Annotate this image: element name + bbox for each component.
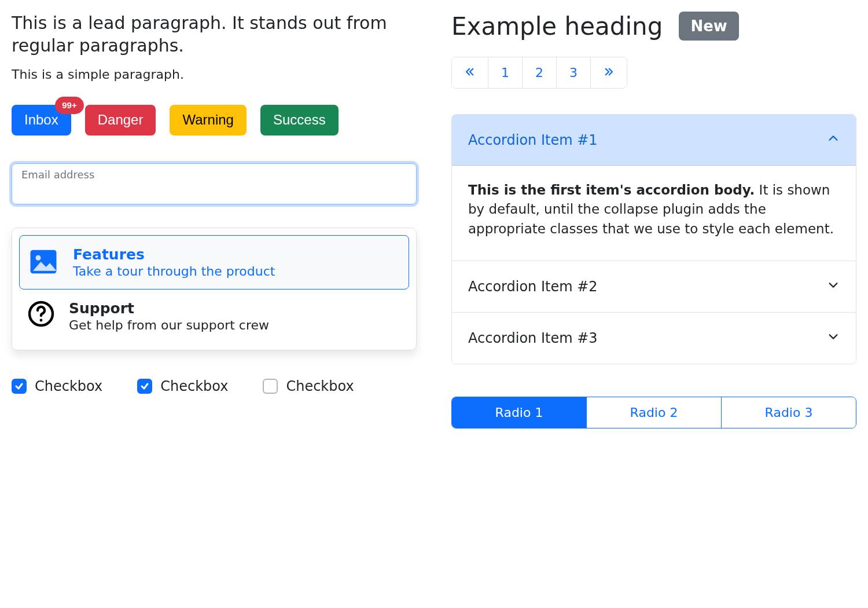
accordion-item-3: Accordion Item #3 — [452, 313, 856, 364]
checkbox-2[interactable]: Checkbox — [137, 378, 228, 394]
radio-group: Radio 1 Radio 2 Radio 3 — [451, 397, 856, 428]
pagination-next[interactable] — [591, 57, 627, 88]
checkbox-3[interactable]: Checkbox — [263, 378, 354, 394]
accordion-title-3: Accordion Item #3 — [468, 330, 598, 346]
support-subtitle: Get help from our support crew — [69, 318, 269, 332]
pagination-page-1[interactable]: 1 — [488, 57, 523, 88]
chevron-down-icon — [827, 279, 840, 295]
warning-button[interactable]: Warning — [170, 105, 246, 135]
inbox-button-label: Inbox — [24, 112, 58, 127]
chevron-down-icon — [827, 330, 840, 346]
pagination-prev[interactable] — [452, 57, 488, 88]
checkbox-3-label: Checkbox — [286, 378, 354, 394]
features-subtitle: Take a tour through the product — [73, 264, 275, 279]
email-label: Email address — [21, 169, 407, 181]
radio-3[interactable]: Radio 3 — [722, 397, 856, 428]
list-item-support[interactable]: Support Get help from our support crew — [19, 290, 409, 343]
radio-2[interactable]: Radio 2 — [587, 397, 722, 428]
list-item-features[interactable]: Features Take a tour through the product — [19, 235, 409, 290]
lead-paragraph: This is a lead paragraph. It stands out … — [12, 12, 417, 57]
button-row: Inbox 99+ Danger Warning Success — [12, 105, 417, 135]
inbox-badge: 99+ — [55, 97, 83, 114]
warning-button-label: Warning — [182, 112, 233, 127]
accordion-body-1: This is the first item's accordion body.… — [452, 166, 856, 261]
accordion: Accordion Item #1 This is the first item… — [451, 114, 856, 364]
checkbox-3-box — [263, 379, 278, 394]
pagination: 1 2 3 — [451, 57, 627, 89]
example-heading: Example heading — [451, 12, 663, 41]
danger-button[interactable]: Danger — [85, 105, 156, 135]
chevron-double-right-icon — [604, 65, 614, 80]
inbox-button[interactable]: Inbox 99+ — [12, 105, 71, 135]
accordion-title-1: Accordion Item #1 — [468, 132, 598, 148]
checkbox-2-label: Checkbox — [160, 378, 228, 394]
email-input[interactable] — [21, 181, 407, 197]
danger-button-label: Danger — [98, 112, 144, 127]
heading-badge: New — [679, 12, 738, 41]
accordion-title-2: Accordion Item #2 — [468, 279, 598, 295]
checkbox-1-label: Checkbox — [35, 378, 102, 394]
radio-1[interactable]: Radio 1 — [452, 397, 587, 428]
pagination-page-3[interactable]: 3 — [557, 57, 591, 88]
pagination-page-2[interactable]: 2 — [523, 57, 557, 88]
heading-row: Example heading New — [451, 12, 856, 41]
question-circle-icon — [27, 300, 55, 328]
accordion-header-3[interactable]: Accordion Item #3 — [452, 313, 856, 364]
image-icon — [28, 246, 59, 277]
svg-point-3 — [40, 318, 43, 321]
support-title: Support — [69, 300, 269, 317]
checkbox-2-box — [137, 379, 152, 394]
chevron-up-icon — [827, 132, 840, 148]
checkbox-row: Checkbox Checkbox Checkbox — [12, 378, 417, 394]
accordion-item-2: Accordion Item #2 — [452, 261, 856, 313]
accordion-body-1-bold: This is the first item's accordion body. — [468, 182, 755, 197]
list-card: Features Take a tour through the product… — [12, 228, 417, 350]
accordion-header-1[interactable]: Accordion Item #1 — [452, 115, 856, 166]
accordion-header-2[interactable]: Accordion Item #2 — [452, 261, 856, 312]
checkbox-1-box — [12, 379, 27, 394]
svg-point-1 — [36, 255, 41, 261]
checkbox-1[interactable]: Checkbox — [12, 378, 102, 394]
success-button-label: Success — [273, 112, 326, 127]
accordion-item-1: Accordion Item #1 This is the first item… — [452, 115, 856, 261]
chevron-double-left-icon — [465, 65, 475, 80]
simple-paragraph: This is a simple paragraph. — [12, 67, 417, 82]
features-title: Features — [73, 246, 275, 263]
email-field-wrapper[interactable]: Email address — [12, 163, 417, 204]
success-button[interactable]: Success — [260, 105, 339, 135]
